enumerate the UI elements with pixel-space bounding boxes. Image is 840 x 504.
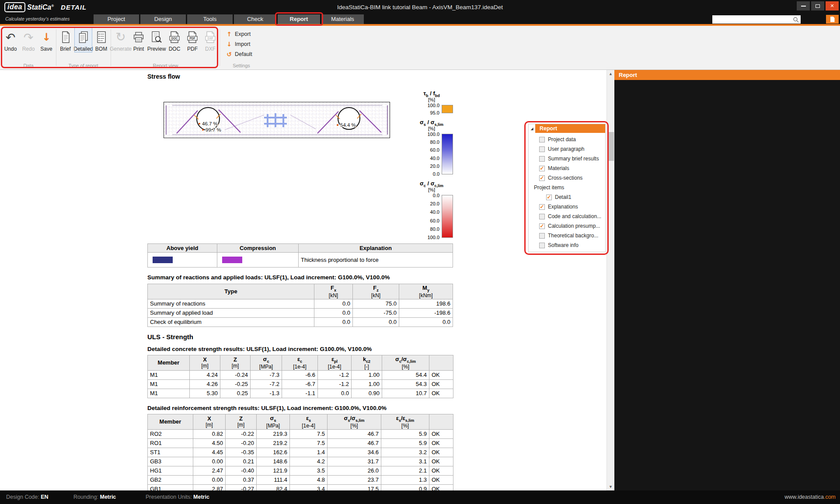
table-row: M1 4.24 -0.24 -7.3 -6.6 -1.2 1.00 54.4 O… <box>148 370 453 379</box>
tab-design[interactable]: Design <box>140 14 186 24</box>
checkbox[interactable] <box>539 214 545 219</box>
preview-button[interactable]: Preview <box>148 28 165 52</box>
search-input[interactable] <box>714 16 793 23</box>
checkbox[interactable] <box>539 175 545 181</box>
reactions-table: Type Fx[kN] Fz[kN] My[kNm] Summary of re… <box>147 284 453 327</box>
scale-steel-stress: σs / σs,lim [%] 100.0 80.0 60.0 40.0 20.… <box>406 119 457 174</box>
report-item-user-paragraph[interactable]: User paragraph <box>529 144 605 154</box>
ribbon-separator <box>220 29 220 66</box>
checkbox[interactable] <box>539 156 545 162</box>
search-box[interactable] <box>712 15 801 24</box>
report-item-cross-sections[interactable]: Cross-sections <box>529 173 605 183</box>
detailed-report-button[interactable]: Detailed <box>75 28 92 52</box>
detailed-pages-icon <box>78 29 89 45</box>
bom-report-button[interactable]: BOM <box>93 28 110 52</box>
report-item-detail1[interactable]: Detail1 <box>529 192 605 202</box>
table-row: HG1 2.47 -0.40 121.9 3.5 26.0 2.1 OK <box>148 466 453 475</box>
tab-check[interactable]: Check <box>234 14 276 24</box>
col-header-x: X[m] <box>190 355 220 371</box>
checkbox[interactable] <box>539 137 545 143</box>
report-item-code-and-calculation[interactable]: Code and calculation... <box>529 212 605 221</box>
info-button[interactable] <box>826 15 839 24</box>
table-row: M1 4.26 -0.25 -7.2 -6.7 -1.2 1.00 54.3 O… <box>148 379 453 389</box>
report-item-calculation-presumptions[interactable]: Calculation presump... <box>529 221 605 231</box>
checkbox[interactable] <box>539 204 545 210</box>
scrollbar-thumb[interactable] <box>607 132 614 161</box>
report-side-panel: Report <box>614 70 840 490</box>
rounding-status: Rounding: Metric <box>73 494 116 500</box>
ribbon-toolbar: ↶ Undo ↷ Redo ↓ Save Data <box>0 26 840 70</box>
stress-annotation-2: 99.7 % <box>206 127 221 132</box>
col-header-x: X[m] <box>193 414 226 430</box>
orange-color-bar <box>442 105 453 113</box>
reactions-heading: Summary of reactions and applied loads: … <box>147 274 390 281</box>
checkbox[interactable] <box>539 166 545 171</box>
export-dxf-button[interactable]: DXF DXF <box>202 28 219 52</box>
website-link[interactable]: www.ideastatica.com <box>784 494 836 500</box>
scroll-down-icon[interactable]: ▼ <box>607 483 614 490</box>
ribbon-group-type-of-report: Brief Detailed BOM Type of report <box>57 26 110 70</box>
checkbox[interactable] <box>539 233 545 239</box>
checkbox[interactable] <box>546 195 552 200</box>
report-item-summary-brief-results[interactable]: Summary brief results <box>529 154 605 163</box>
report-item-software-info[interactable]: Software info <box>529 240 605 250</box>
blue-color-bar <box>442 134 453 174</box>
tab-tools[interactable]: Tools <box>187 14 233 24</box>
report-items-list: Project data User paragraph Summary brie… <box>529 133 605 250</box>
color-scales: τb / fbd [%] 100.0 95.0 σs / σs,lim [%] … <box>406 90 457 243</box>
default-settings-button[interactable]: ↺ Default <box>221 49 261 59</box>
scale-bond-stress: τb / fbd [%] 100.0 95.0 <box>406 90 457 113</box>
minimize-button[interactable] <box>797 1 810 10</box>
generate-button[interactable]: ↻ Generate <box>112 28 129 52</box>
brief-report-button[interactable]: Brief <box>57 28 74 52</box>
close-button[interactable]: ✕ <box>826 1 839 10</box>
report-side-panel-header: Report <box>614 70 840 80</box>
maximize-icon <box>816 4 820 8</box>
export-doc-button[interactable]: DOC DOC <box>166 28 183 52</box>
report-settings-title: Report <box>535 124 605 133</box>
search-icon[interactable] <box>793 17 799 23</box>
redo-button[interactable]: ↷ Redo <box>20 28 37 52</box>
svg-text:PDF: PDF <box>190 37 195 40</box>
report-item-theoretical-background[interactable]: Theoretical backgro... <box>529 231 605 240</box>
undo-button[interactable]: ↶ Undo <box>2 28 19 52</box>
col-header-sigma-s: σs[MPa] <box>257 414 290 430</box>
report-item-explanations[interactable]: Explanations <box>529 202 605 212</box>
save-button[interactable]: ↓ Save <box>38 28 55 52</box>
maximize-button[interactable] <box>811 1 824 10</box>
col-header-sigma-ratio: σc/σc,lim[%] <box>382 355 429 371</box>
presentation-units-status: Presentation Units: Metric <box>146 494 209 500</box>
chevron-expander-icon[interactable]: ◢ <box>529 124 535 133</box>
checkbox[interactable] <box>539 223 545 229</box>
bom-list-icon <box>96 29 107 45</box>
col-header-my: My[kNm] <box>399 284 453 299</box>
table-row: Thickness proportional to force <box>148 253 453 268</box>
table-row: ST1 4.45 -0.35 162.6 1.4 34.6 3.2 OK <box>148 448 453 457</box>
table-header-row: Member X[m] Z[m] σc[MPa] εc[1e-4] εpl[1e… <box>148 355 453 371</box>
import-settings-button[interactable]: ↓ Import <box>221 39 261 49</box>
col-header-explanation: Explanation <box>299 244 453 253</box>
scale-concrete-stress: σc / σc,lim [%] 0.0 20.0 40.0 60.0 80.0 … <box>406 180 457 238</box>
app-window: idea StatiCa® DETAIL IdeaStatiCa-BIM lin… <box>0 0 840 504</box>
report-preview-area: Stress flow <box>0 70 606 490</box>
scale-tick-labels: 100.0 80.0 60.0 40.0 20.0 0.0 <box>427 132 439 177</box>
tab-report[interactable]: Report <box>278 14 320 24</box>
close-icon: ✕ <box>830 3 834 9</box>
report-item-materials[interactable]: Materials <box>529 163 605 173</box>
print-button[interactable]: Print <box>130 28 147 52</box>
vertical-scrollbar[interactable]: ▲ ▼ <box>606 70 614 490</box>
col-header-z: Z[m] <box>226 414 257 430</box>
col-header-status <box>429 355 453 371</box>
col-header-fz: Fz[kN] <box>353 284 399 299</box>
report-settings-header: ◢ Report <box>529 124 605 133</box>
export-settings-button[interactable]: ↑ Export <box>221 29 261 39</box>
idea-logo-mark: idea <box>4 2 25 12</box>
tab-project[interactable]: Project <box>94 14 139 24</box>
checkbox[interactable] <box>539 243 545 248</box>
tab-materials[interactable]: Materials <box>321 14 364 24</box>
export-pdf-button[interactable]: PDF PDF <box>184 28 201 52</box>
scale-tick-labels: 100.0 95.0 <box>427 103 439 115</box>
checkbox[interactable] <box>539 146 545 152</box>
report-item-project-data[interactable]: Project data <box>529 135 605 144</box>
scroll-up-icon[interactable]: ▲ <box>607 70 614 77</box>
